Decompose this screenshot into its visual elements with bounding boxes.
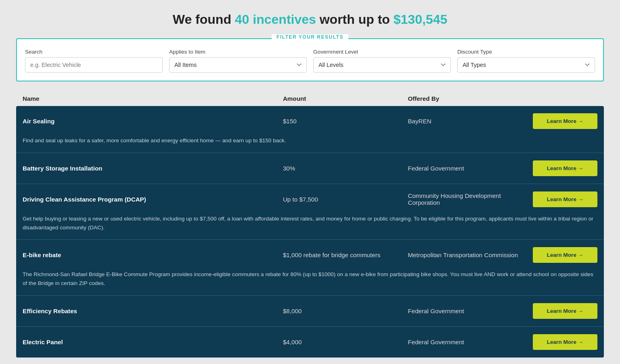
incentive-offered-by: Metropolitan Transportation Commission <box>408 252 533 258</box>
learn-more-button[interactable]: Learn More → <box>533 191 597 207</box>
hero-prefix: We found <box>173 12 235 27</box>
table-row: E-bike rebate $1,000 rebate for bridge c… <box>16 239 604 295</box>
government-level-group: Government Level All Levels Federal Stat… <box>313 49 451 73</box>
table-row: Efficiency Rebates $8,000 Federal Govern… <box>16 295 604 327</box>
incentive-amount: Up to $7,500 <box>283 196 408 203</box>
filter-panel: FILTER YOUR RESULTS Search Applies to It… <box>16 38 604 81</box>
incentive-main-row: Driving Clean Assistance Program (DCAP) … <box>16 184 604 214</box>
incentive-description: Get help buying or leasing a new or used… <box>16 214 604 239</box>
incentive-name: Driving Clean Assistance Program (DCAP) <box>23 196 283 203</box>
learn-more-button[interactable]: Learn More → <box>533 247 597 263</box>
search-input[interactable] <box>25 57 163 73</box>
col-header-name: Name <box>23 95 283 102</box>
table-row: Battery Storage Installation 30% Federal… <box>16 153 604 184</box>
incentive-offered-by: BayREN <box>408 118 533 125</box>
incentive-description: Find and seal up leaks for a safer, more… <box>16 136 604 152</box>
government-level-label: Government Level <box>313 49 451 55</box>
incentive-main-row: Battery Storage Installation 30% Federal… <box>16 153 604 183</box>
table-header: Name Amount Offered By <box>16 93 604 106</box>
hero-title: We found 40 incentives worth up to $130,… <box>16 12 604 27</box>
incentive-main-row: Efficiency Rebates $8,000 Federal Govern… <box>16 296 604 326</box>
table-row: Electric Panel $4,000 Federal Government… <box>16 327 604 358</box>
learn-more-button[interactable]: Learn More → <box>533 303 597 319</box>
incentive-description: The Richmond-San Rafael Bridge E-Bike Co… <box>16 270 604 295</box>
incentive-offered-by: Federal Government <box>408 339 533 345</box>
discount-type-select[interactable]: All Types Rebate Tax Credit Loan <box>457 57 595 73</box>
incentive-name: E-bike rebate <box>23 252 283 258</box>
table-row: Air Sealing $150 BayREN Learn More → Fin… <box>16 106 604 153</box>
incentive-main-row: E-bike rebate $1,000 rebate for bridge c… <box>16 240 604 270</box>
incentive-amount: 30% <box>283 165 408 172</box>
government-level-select[interactable]: All Levels Federal State Local <box>313 57 451 73</box>
incentive-main-row: Electric Panel $4,000 Federal Government… <box>16 327 604 357</box>
learn-more-button[interactable]: Learn More → <box>533 113 597 129</box>
discount-type-group: Discount Type All Types Rebate Tax Credi… <box>457 49 595 73</box>
discount-type-label: Discount Type <box>457 49 595 55</box>
hero-middle: worth up to <box>316 12 394 27</box>
col-header-action <box>533 95 597 102</box>
applies-to-group: Applies to Item All Items Electric Vehic… <box>169 49 307 73</box>
incentive-amount: $8,000 <box>283 308 408 314</box>
applies-to-label: Applies to Item <box>169 49 307 55</box>
incentive-offered-by: Federal Government <box>408 165 533 172</box>
incentive-offered-by: Community Housing Development Corporatio… <box>408 192 533 206</box>
search-group: Search <box>25 49 163 73</box>
incentives-table: Air Sealing $150 BayREN Learn More → Fin… <box>16 106 604 358</box>
incentive-amount: $4,000 <box>283 339 408 345</box>
col-header-offered-by: Offered By <box>408 95 533 102</box>
incentive-name: Battery Storage Installation <box>23 165 283 172</box>
hero-amount: $130,545 <box>394 12 447 27</box>
incentive-amount: $1,000 rebate for bridge commuters <box>283 252 408 258</box>
learn-more-button[interactable]: Learn More → <box>533 160 597 176</box>
hero-count: 40 incentives <box>235 12 316 27</box>
applies-to-select[interactable]: All Items Electric Vehicle E-bike Home <box>169 57 307 73</box>
filter-row: Search Applies to Item All Items Electri… <box>25 49 595 73</box>
incentive-name: Air Sealing <box>23 118 283 125</box>
incentive-offered-by: Federal Government <box>408 308 533 314</box>
incentive-name: Efficiency Rebates <box>23 308 283 314</box>
filter-label: FILTER YOUR RESULTS <box>272 34 348 40</box>
col-header-amount: Amount <box>283 95 408 102</box>
incentive-amount: $150 <box>283 118 408 125</box>
incentive-main-row: Air Sealing $150 BayREN Learn More → <box>16 106 604 136</box>
incentive-name: Electric Panel <box>23 339 283 345</box>
learn-more-button[interactable]: Learn More → <box>533 334 597 350</box>
search-label: Search <box>25 49 163 55</box>
table-row: Driving Clean Assistance Program (DCAP) … <box>16 184 604 240</box>
